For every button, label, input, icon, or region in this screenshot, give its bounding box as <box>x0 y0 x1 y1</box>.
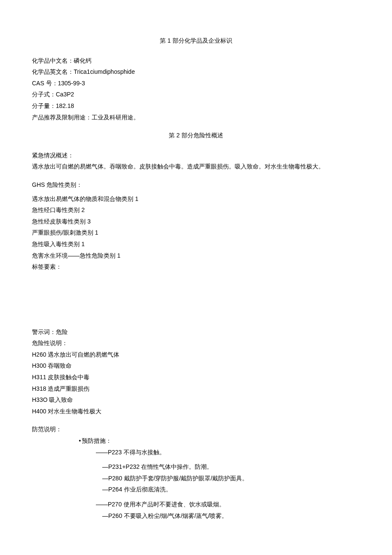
emergency-text: 遇水放出可自燃的易燃气体。吞咽致命。皮肤接触会中毒。造成严重眼损伤。吸入致命。对… <box>32 161 360 172</box>
emergency-overview: 紧急情况概述： 遇水放出可自燃的易燃气体。吞咽致命。皮肤接触会中毒。造成严重眼损… <box>32 150 360 172</box>
emergency-label: 紧急情况概述： <box>32 150 360 161</box>
label-elements: 标签要素： <box>32 261 360 273</box>
pictogram-placeholder <box>32 279 360 326</box>
hazard-statement: H33O 吸入致命 <box>32 394 360 406</box>
molecular-weight: 分子量：182.18 <box>32 100 360 112</box>
hazard-label: 危险性说明： <box>32 337 360 349</box>
prevention-item: ——P223 不得与水接触。 <box>32 447 360 458</box>
cas-number: CAS 号：1305-99-3 <box>32 78 360 89</box>
hazard-statement: H300 吞咽致命 <box>32 360 360 372</box>
molecular-formula: 分子式：Ca3P2 <box>32 89 360 100</box>
prevention-item: —P231+P232 在惰性气体中操作。防潮。 <box>32 461 360 473</box>
hazard-statement: H400 对水生生物毒性极大 <box>32 406 360 417</box>
prevention-item: —P280 戴防护手套/穿防护服/戴防护眼罩/戴防护面具。 <box>32 473 360 484</box>
ghs-label: GHS 危险性类别： <box>32 179 360 191</box>
ghs-item: 遇水放出易燃气体的物质和混合物类别 1 <box>32 193 360 205</box>
section1-title: 第 1 部分化学品及企业标识 <box>32 35 360 46</box>
prevention-item: —P264 作业后彻底清洗。 <box>32 484 360 495</box>
hazard-statement: H311 皮肤接触会中毒 <box>32 372 360 383</box>
recommended-use: 产品推荐及限制用途：工业及科研用途。 <box>32 112 360 123</box>
ghs-items: 遇水放出易燃气体的物质和混合物类别 1 急性经口毒性类别 2 急性经皮肤毒性类别… <box>32 193 360 273</box>
ghs-item: 严重眼损伤/眼刺激类别 1 <box>32 227 360 238</box>
prevention-label: 预防措施： <box>32 435 360 447</box>
section2-title: 第 2 部分危险性概述 <box>32 130 360 141</box>
hazard-statement: H318 造成严重眼损伤 <box>32 383 360 395</box>
signal-hazard-block: 警示词：危险 危险性说明： H260 遇水放出可自燃的易燃气体 H300 吞咽致… <box>32 326 360 417</box>
chem-name-en: 化学品英文名：Trica1ciumdiphosphide <box>32 66 360 78</box>
ghs-item: 急性经皮肤毒性类别 3 <box>32 216 360 227</box>
ghs-classification: GHS 危险性类别： <box>32 179 360 191</box>
ghs-item: 急性经口毒性类别 2 <box>32 204 360 216</box>
section1-body: 化学品中文名：磷化钙 化学品英文名：Trica1ciumdiphosphide … <box>32 55 360 123</box>
ghs-item: 急性吸入毒性类别 1 <box>32 238 360 250</box>
ghs-item: 危害水生环境——急性危险类别 1 <box>32 250 360 262</box>
precaution-label: 防范说明： <box>32 424 360 435</box>
chem-name-cn: 化学品中文名：磷化钙 <box>32 55 360 67</box>
signal-word: 警示词：危险 <box>32 326 360 338</box>
prevention-item: —P260 不要吸入粉尘/烟/气体/烟雾/蒸气/喷雾。 <box>32 510 360 522</box>
hazard-statement: H260 遇水放出可自燃的易燃气体 <box>32 349 360 360</box>
prevention-item: ——P270 使用本产品时不要进食、饮水或吸烟。 <box>32 499 360 510</box>
prevention-items: ——P223 不得与水接触。 —P231+P232 在惰性气体中操作。防潮。 —… <box>32 447 360 522</box>
